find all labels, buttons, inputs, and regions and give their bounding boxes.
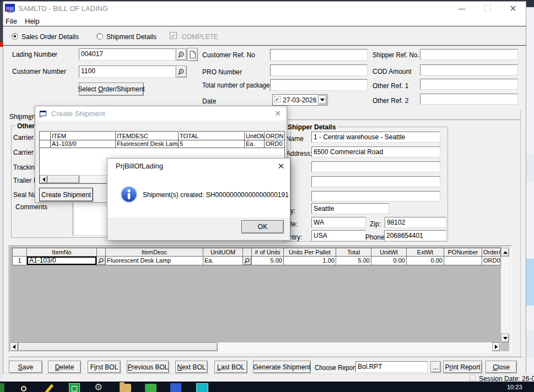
minimize-button[interactable]: — — [454, 2, 470, 14]
grid-header-# of Units[interactable]: # of Units — [252, 248, 284, 257]
date-checkbox[interactable]: ✓ — [274, 96, 281, 102]
ok-button[interactable]: OK — [241, 220, 284, 233]
green-window-icon[interactable] — [69, 383, 80, 392]
shipper-zip-input[interactable]: 98102 — [385, 217, 446, 228]
menu-file[interactable]: File — [6, 18, 17, 25]
grid-header-UnitWt[interactable]: UnitWt — [371, 248, 407, 257]
shipper-state-input[interactable]: WA — [311, 217, 366, 228]
dialog-grid-cell[interactable]: Ea. — [245, 140, 265, 148]
grid-cell[interactable]: 5.00 — [252, 257, 284, 265]
tab-shipment[interactable]: Shipment — [9, 113, 37, 121]
blue-app-icon[interactable] — [170, 383, 181, 392]
grid-header-UnitUOM[interactable]: UnitUOM — [203, 248, 243, 257]
grid-header-Total[interactable]: Total — [336, 248, 371, 257]
dialog-grid-cell[interactable] — [40, 140, 51, 148]
generate-shipment-button[interactable]: Generate Shipment — [253, 361, 311, 373]
packages-input[interactable] — [270, 79, 368, 91]
delete-button[interactable]: Delete — [48, 361, 81, 373]
gear-icon[interactable]: ⚙ — [94, 382, 105, 392]
previous-bol-button[interactable]: Previous BOL — [127, 361, 169, 373]
shipper-phone-input[interactable]: 2068654401 — [384, 230, 446, 241]
close-button[interactable]: ✕ — [505, 2, 521, 15]
menu-help[interactable]: Help — [25, 18, 40, 25]
folder-icon[interactable] — [120, 384, 131, 392]
grid-cell[interactable]: 0.00 — [407, 257, 444, 265]
customer-finder-button[interactable]: F — [176, 66, 187, 78]
grid-header-Units Per Pallet[interactable]: Units Per Pallet — [284, 248, 336, 257]
dialog-grid-cell[interactable]: Fluorescent Desk Lamp — [116, 140, 179, 148]
new-document-button[interactable] — [187, 48, 198, 61]
radio-shipment-details[interactable] — [96, 33, 103, 40]
customer-ref-input[interactable] — [270, 49, 368, 61]
shipper-name-input[interactable]: 1 - Central warehouse - Seattle — [311, 132, 440, 143]
shipper-ref-input[interactable] — [420, 49, 518, 60]
grid-scroll-left-button[interactable] — [10, 342, 18, 351]
dialog-scroll-left-button[interactable] — [40, 175, 47, 183]
grid-scroll-down-button[interactable] — [501, 334, 509, 342]
date-picker[interactable]: ✓ 27-03-2026 — [272, 94, 328, 106]
grid-cell[interactable]: 1.00 — [284, 257, 336, 265]
shipper-city-input[interactable]: Seattle — [311, 203, 389, 214]
grid-header-blank[interactable] — [243, 248, 252, 257]
grid-active-cell[interactable]: A1-103/0 — [27, 257, 96, 265]
complete-checkbox[interactable]: ✓ — [170, 32, 177, 39]
dialog-hscroll-thumb[interactable] — [47, 175, 79, 183]
print-report-button[interactable]: Print Report — [443, 361, 482, 373]
next-bol-button[interactable]: Next BOL — [175, 361, 208, 373]
dialog-close-button[interactable]: ✕ — [269, 107, 286, 119]
other-ref2-input[interactable] — [420, 94, 518, 105]
last-bol-button[interactable]: Last BOL — [214, 361, 247, 373]
grid-header-PONumber[interactable]: PONumber — [444, 248, 482, 257]
grid-cell[interactable]: 1 — [12, 257, 27, 265]
grid-cell[interactable]: 0.00 — [371, 257, 407, 265]
grid-scroll-right-button[interactable] — [492, 342, 500, 351]
camera-icon[interactable] — [18, 383, 29, 392]
grid-hscroll-thumb[interactable] — [18, 342, 218, 351]
message-box-close-button[interactable]: ✕ — [273, 160, 289, 173]
pro-number-input[interactable] — [270, 64, 368, 76]
create-shipment-button[interactable]: Create Shipment — [39, 188, 93, 202]
green-folder-icon[interactable] — [145, 384, 157, 392]
grid-cell[interactable]: A1-103/0 — [27, 257, 97, 265]
save-button[interactable]: Save — [9, 361, 42, 373]
dialog-grid-cell[interactable]: A1-103/0 — [51, 140, 116, 148]
date-dropdown-button[interactable] — [318, 95, 327, 105]
close-window-button[interactable]: Close — [486, 361, 517, 373]
select-order-shipment-button[interactable]: Select Order/Shipment — [79, 83, 144, 96]
shipper-country-input[interactable]: USA — [311, 230, 366, 241]
grid-header-ExtWt[interactable]: ExtWt — [407, 248, 444, 257]
grid-cell[interactable]: ORD0 — [482, 257, 501, 265]
choose-report-input[interactable]: Bol.RPT — [355, 361, 428, 373]
maximize-button[interactable] — [479, 2, 496, 14]
radio-sales-order-details[interactable] — [12, 33, 18, 40]
grid-header-Order#[interactable]: Order# — [482, 248, 501, 257]
grid-cell[interactable]: Fluorescent Desk Lamp — [106, 257, 203, 265]
browse-report-button[interactable]: ... — [430, 361, 441, 373]
grid-cell[interactable]: 5.00 — [336, 257, 371, 265]
lading-number-input[interactable]: 004017 — [79, 48, 176, 61]
shipper-address2-input[interactable] — [311, 161, 440, 172]
grid-scroll-up-button[interactable] — [501, 248, 509, 257]
other-ref1-input[interactable] — [420, 79, 518, 90]
teal-window-icon[interactable] — [196, 383, 208, 392]
grid-header-blank[interactable] — [97, 248, 106, 257]
grid-finder-button[interactable] — [97, 257, 106, 265]
shipper-address1-input[interactable]: 6500 Commercial Road — [311, 146, 440, 157]
grid-header-blank[interactable] — [12, 248, 27, 257]
cod-amount-input[interactable] — [420, 64, 518, 75]
dialog-grid-cell[interactable]: 5 — [179, 140, 245, 148]
grid-header-ItemDesc[interactable]: ItemDesc — [106, 248, 203, 257]
grid-header-ItemNo[interactable]: ItemNo — [27, 248, 97, 257]
first-bol-button[interactable]: First BOL — [88, 361, 121, 373]
grid-finder-button[interactable] — [243, 257, 252, 265]
dialog-grid-cell[interactable]: ORD0 — [265, 140, 285, 148]
customer-number-input[interactable]: 1100 — [79, 66, 176, 78]
grid-cell[interactable]: Ea. — [203, 257, 243, 265]
grid-vscrollbar[interactable] — [501, 248, 509, 342]
lading-finder-button[interactable]: F — [176, 48, 187, 61]
shipper-address3-input[interactable] — [311, 176, 440, 187]
shipper-address4-input[interactable] — [311, 191, 440, 202]
green-app-icon[interactable] — [0, 383, 4, 392]
pencil-icon[interactable] — [44, 383, 55, 392]
grid-cell[interactable] — [444, 257, 482, 265]
